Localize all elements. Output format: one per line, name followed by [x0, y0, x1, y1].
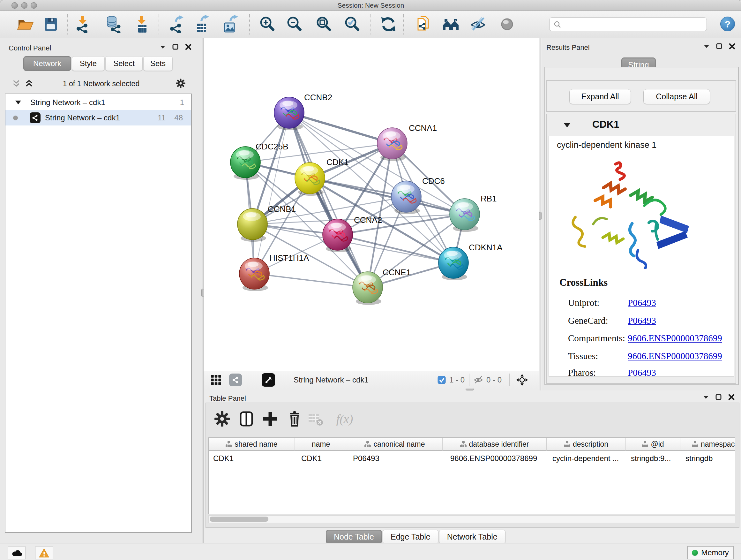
crosslink-link[interactable]: 9606.ENSP00000378699: [628, 333, 722, 344]
crosslink-link[interactable]: 9606.ENSP00000378699: [628, 351, 722, 361]
selected-checkbox-icon[interactable]: [437, 376, 446, 385]
network-node-hist1h1a[interactable]: HIST1H1A: [239, 253, 309, 291]
hidden-eye-icon[interactable]: [473, 375, 483, 386]
tab-node-table[interactable]: Node Table: [326, 530, 382, 544]
gene-name: CDK1: [592, 119, 619, 130]
float-panel-icon[interactable]: [159, 44, 166, 51]
string-home-icon[interactable]: [442, 15, 460, 33]
glass-ball-icon[interactable]: [498, 15, 516, 33]
add-column-icon[interactable]: [261, 410, 279, 428]
table-cell[interactable]: 9606.ENSP00000378699: [443, 452, 547, 465]
column-header-name[interactable]: name: [295, 438, 347, 451]
network-edge[interactable]: [254, 273, 367, 287]
memory-status-dot: [692, 550, 698, 556]
export-image-icon[interactable]: [221, 15, 239, 33]
zoom-selected-icon[interactable]: [343, 15, 361, 33]
hide-eye-icon[interactable]: [469, 15, 487, 33]
memory-button[interactable]: Memory: [687, 546, 734, 559]
network-node-ccne1[interactable]: CCNE1: [353, 267, 411, 305]
refresh-layout-icon[interactable]: [380, 15, 397, 33]
network-canvas[interactable]: CCNB2CCNA1CDC25BCDK1CDC6RB1CCNB1CCNA2CDK…: [204, 38, 539, 371]
gene-description: cyclin-dependent kinase 1: [557, 140, 657, 150]
table-cell[interactable]: stringdb:9...: [626, 452, 680, 465]
table-cell[interactable]: CDK1: [209, 452, 295, 465]
delete-column-icon[interactable]: [286, 410, 304, 428]
crosslink-link[interactable]: P06493: [628, 368, 656, 377]
collapse-all-button[interactable]: Collapse All: [643, 89, 710, 104]
float-panel-icon[interactable]: [702, 394, 710, 401]
string-view-icon[interactable]: [229, 374, 242, 386]
tab-edge-table[interactable]: Edge Table: [383, 530, 439, 544]
maximize-panel-icon[interactable]: [172, 44, 179, 51]
network-options-gear-icon[interactable]: [175, 78, 186, 89]
save-session-icon[interactable]: [42, 15, 60, 33]
cloud-button[interactable]: [8, 547, 26, 559]
crosslink-link[interactable]: P06493: [628, 298, 656, 308]
table-horizontal-scrollbar[interactable]: [208, 515, 735, 523]
crosshair-icon[interactable]: [516, 374, 529, 388]
search-input[interactable]: [563, 18, 702, 30]
crosslink-link[interactable]: P06493: [628, 315, 656, 326]
main-toolbar: ?: [0, 11, 741, 38]
table-settings-gear-icon[interactable]: [213, 410, 231, 428]
close-panel-icon[interactable]: [729, 43, 736, 50]
zoom-fit-icon[interactable]: [315, 15, 333, 33]
export-network-icon[interactable]: [167, 15, 185, 33]
export-table-icon[interactable]: [193, 15, 211, 33]
maximize-panel-icon[interactable]: [716, 43, 723, 50]
import-table-icon[interactable]: [133, 15, 151, 33]
tab-select[interactable]: Select: [105, 56, 143, 71]
tab-style[interactable]: Style: [72, 56, 105, 71]
scrollbar-thumb[interactable]: [210, 516, 268, 522]
column-header-database-identifier[interactable]: database identifier: [443, 438, 547, 451]
tab-sets[interactable]: Sets: [143, 56, 173, 71]
toolbar-separator: [469, 374, 469, 386]
node-table: shared name name canonical name database…: [208, 437, 735, 514]
tab-network-table[interactable]: Network Table: [439, 530, 506, 544]
column-header-namespace[interactable]: namespace: [680, 438, 735, 451]
table-cell[interactable]: cyclin-dependent ...: [547, 452, 626, 465]
maximize-panel-icon[interactable]: [715, 394, 722, 401]
right-splitter-handle[interactable]: [539, 212, 542, 220]
column-header-canonical-name[interactable]: canonical name: [347, 438, 443, 451]
network-node-ccnb1[interactable]: CCNB1: [238, 204, 296, 242]
section-collapse-icon[interactable]: [563, 123, 570, 128]
expand-all-button[interactable]: Expand All: [569, 89, 631, 104]
show-columns-icon[interactable]: [238, 410, 255, 428]
network-node-cdc25b[interactable]: CDC25B: [230, 142, 288, 180]
table-cell[interactable]: P06493: [347, 452, 443, 465]
function-builder-icon[interactable]: f(x): [332, 410, 357, 428]
string-network-icon: [30, 112, 41, 123]
column-header-description[interactable]: description: [547, 438, 626, 451]
table-panel: Table Panel f(x): [204, 390, 741, 543]
collection-expand-icon[interactable]: [15, 100, 21, 105]
network-node-cdk1[interactable]: CDK1: [295, 158, 348, 196]
tab-network[interactable]: Network: [23, 56, 71, 71]
network-row[interactable]: String Network – cdk1 11 48: [5, 110, 191, 125]
help-button[interactable]: ?: [720, 17, 735, 31]
network-node-ccnb2[interactable]: CCNB2: [274, 92, 332, 130]
table-cell[interactable]: CDK1: [295, 452, 347, 465]
open-session-icon[interactable]: [16, 15, 34, 33]
network-collection-row[interactable]: String Network – cdk1 1: [5, 96, 191, 110]
close-panel-icon[interactable]: [728, 394, 735, 401]
column-header-id[interactable]: @id: [626, 438, 680, 451]
birdseye-view-icon[interactable]: [262, 373, 275, 387]
float-panel-icon[interactable]: [703, 43, 710, 50]
import-network-icon[interactable]: [74, 15, 92, 33]
column-header-shared-name[interactable]: shared name: [209, 438, 295, 451]
import-network-from-database-icon[interactable]: [105, 15, 123, 33]
network-edge[interactable]: [289, 113, 392, 143]
table-cell[interactable]: stringdb: [680, 452, 735, 465]
network-node-cdkn1a[interactable]: CDKN1A: [439, 243, 502, 280]
warning-button[interactable]: [35, 547, 53, 559]
delete-table-icon[interactable]: [307, 410, 325, 428]
string-document-icon[interactable]: [415, 15, 433, 33]
grid-view-icon[interactable]: [211, 374, 221, 387]
zoom-in-icon[interactable]: [258, 15, 276, 33]
zoom-out-icon[interactable]: [285, 15, 303, 33]
close-panel-icon[interactable]: [185, 44, 192, 51]
network-node-ccna1[interactable]: CCNA1: [377, 123, 437, 161]
network-node-ccna2[interactable]: CCNA2: [323, 215, 382, 252]
network-node-rb1[interactable]: RB1: [450, 194, 497, 232]
